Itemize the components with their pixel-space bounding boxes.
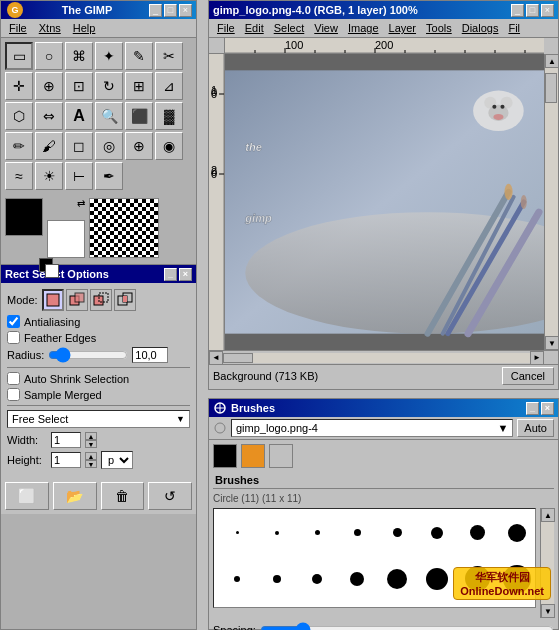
mode-replace[interactable] (42, 289, 64, 311)
mode-intersect[interactable] (114, 289, 136, 311)
edit-menu[interactable]: Edit (241, 21, 268, 35)
scroll-vtrack[interactable] (545, 68, 558, 336)
image-maximize[interactable]: □ (526, 4, 539, 17)
scroll-vthumb[interactable] (545, 73, 557, 103)
dodgeburn-tool[interactable]: ☀ (35, 162, 63, 190)
magnify-tool[interactable]: ⊕ (35, 72, 63, 100)
brush-item[interactable] (498, 513, 536, 552)
brush-item[interactable] (218, 513, 256, 552)
feather-edges-checkbox[interactable] (7, 331, 20, 344)
scroll-up-button[interactable]: ▲ (545, 54, 558, 68)
width-up[interactable]: ▲ (85, 432, 97, 440)
scroll-right-button[interactable]: ► (530, 351, 544, 365)
dialogs-menu[interactable]: Dialogs (458, 21, 503, 35)
options-minimize[interactable]: _ (164, 268, 177, 281)
brush-item[interactable] (458, 513, 496, 552)
pattern-area[interactable] (89, 198, 159, 258)
tools-menu[interactable]: Tools (422, 21, 456, 35)
filters-menu[interactable]: Fil (504, 21, 524, 35)
measure-tool[interactable]: ⊢ (65, 162, 93, 190)
xtns-menu[interactable]: Xtns (35, 21, 65, 35)
perspective-tool[interactable]: ⬡ (5, 102, 33, 130)
flip-tool[interactable]: ⇔ (35, 102, 63, 130)
brush-item[interactable] (378, 554, 416, 603)
eraser-tool[interactable]: ◻ (65, 132, 93, 160)
new-image-button[interactable]: ⬜ (5, 482, 49, 510)
brush-item[interactable] (258, 513, 296, 552)
ellipse-select-tool[interactable]: ○ (35, 42, 63, 70)
brush-item[interactable] (338, 554, 376, 603)
fg-color-box[interactable] (5, 198, 43, 236)
mode-add[interactable] (66, 289, 88, 311)
layer-menu[interactable]: Layer (385, 21, 421, 35)
view-menu[interactable]: View (310, 21, 342, 35)
scroll-down-button[interactable]: ▼ (545, 336, 558, 350)
options-close[interactable]: × (179, 268, 192, 281)
brush-item[interactable] (418, 554, 456, 603)
height-input[interactable] (51, 452, 81, 468)
brush-item[interactable] (258, 554, 296, 603)
clone-tool[interactable]: ⊕ (125, 132, 153, 160)
close-button[interactable]: × (179, 4, 192, 17)
brush-item[interactable] (218, 554, 256, 603)
height-up[interactable]: ▲ (85, 452, 97, 460)
bucket-fill-tool[interactable]: ⬛ (125, 102, 153, 130)
ink-tool[interactable]: ✒ (95, 162, 123, 190)
bezier-tool[interactable]: ✎ (125, 42, 153, 70)
delete-image-button[interactable]: 🗑 (101, 482, 145, 510)
radius-slider[interactable] (48, 348, 128, 362)
fuzzy-select-tool[interactable]: ✦ (95, 42, 123, 70)
help-menu[interactable]: Help (69, 21, 100, 35)
scale-tool[interactable]: ⊞ (125, 72, 153, 100)
airbrush-tool[interactable]: ◎ (95, 132, 123, 160)
prefs-button[interactable]: ↺ (148, 482, 192, 510)
brush-item[interactable] (378, 513, 416, 552)
move-tool[interactable]: ✛ (5, 72, 33, 100)
paintbrush-tool[interactable]: 🖌 (35, 132, 63, 160)
brushes-minimize[interactable]: _ (526, 402, 539, 415)
brushes-scroll-down[interactable]: ▼ (541, 604, 555, 618)
swatch-orange[interactable] (241, 444, 265, 468)
bg-color-box[interactable] (47, 220, 85, 258)
scroll-hthumb[interactable] (223, 353, 253, 363)
sample-merged-checkbox[interactable] (7, 388, 20, 401)
antialiasing-checkbox[interactable] (7, 315, 20, 328)
scroll-left-button[interactable]: ◄ (209, 351, 223, 365)
brush-item[interactable] (418, 513, 456, 552)
radius-input[interactable] (132, 347, 168, 363)
maximize-button[interactable]: □ (164, 4, 177, 17)
scroll-htrack[interactable] (223, 353, 530, 363)
image-minimize[interactable]: _ (511, 4, 524, 17)
pencil-tool[interactable]: ✏ (5, 132, 33, 160)
color-picker-tool[interactable]: 🔍 (95, 102, 123, 130)
scissors-tool[interactable]: ✂ (155, 42, 183, 70)
canvas-area[interactable]: the gimp (225, 54, 544, 350)
mode-subtract[interactable] (90, 289, 112, 311)
swatch-black[interactable] (213, 444, 237, 468)
auto-shrink-checkbox[interactable] (7, 372, 20, 385)
image-menu[interactable]: Image (344, 21, 383, 35)
blend-tool[interactable]: ▓ (155, 102, 183, 130)
cancel-button[interactable]: Cancel (502, 367, 554, 385)
width-input[interactable] (51, 432, 81, 448)
convolve-tool[interactable]: ◉ (155, 132, 183, 160)
shear-tool[interactable]: ⊿ (155, 72, 183, 100)
rect-select-tool[interactable]: ▭ (5, 42, 33, 70)
swap-colors-icon[interactable]: ⇄ (77, 198, 85, 209)
rotate-tool[interactable]: ↻ (95, 72, 123, 100)
select-type-dropdown[interactable]: Free Select ▼ (7, 410, 190, 428)
width-down[interactable]: ▼ (85, 440, 97, 448)
brushes-scroll-up[interactable]: ▲ (541, 508, 555, 522)
auto-button[interactable]: Auto (517, 419, 554, 437)
brush-item[interactable] (338, 513, 376, 552)
smudge-tool[interactable]: ≈ (5, 162, 33, 190)
minimize-button[interactable]: _ (149, 4, 162, 17)
file-menu[interactable]: File (5, 21, 31, 35)
crop-tool[interactable]: ⊡ (65, 72, 93, 100)
unit-select[interactable]: px in cm (101, 451, 133, 469)
brush-item[interactable] (298, 554, 336, 603)
open-image-button[interactable]: 📂 (53, 482, 97, 510)
brush-item[interactable] (298, 513, 336, 552)
brush-name-dropdown[interactable]: gimp_logo.png-4 ▼ (231, 419, 513, 437)
file-menu[interactable]: File (213, 21, 239, 35)
